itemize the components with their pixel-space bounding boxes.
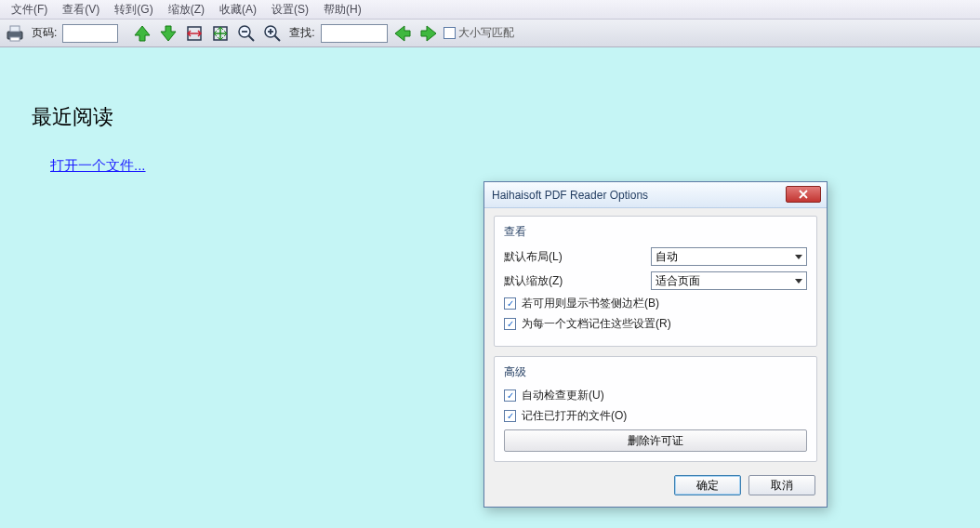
- chevron-down-icon: [795, 279, 802, 284]
- page-input[interactable]: [62, 24, 118, 43]
- advanced-group-title: 高级: [504, 364, 807, 380]
- menubar: 文件(F) 查看(V) 转到(G) 缩放(Z) 收藏(A) 设置(S) 帮助(H…: [0, 0, 980, 20]
- remember-open-label: 记住已打开的文件(O): [522, 408, 627, 424]
- remember-open-checkbox[interactable]: ✓: [504, 410, 516, 422]
- cancel-button[interactable]: 取消: [748, 475, 815, 495]
- menu-favorites[interactable]: 收藏(A): [212, 0, 264, 20]
- remember-each-label: 为每一个文档记住这些设置(R): [522, 316, 671, 332]
- zoom-out-icon[interactable]: [235, 22, 258, 45]
- page-up-icon[interactable]: [131, 22, 153, 45]
- svg-rect-2: [10, 37, 20, 41]
- delete-license-button[interactable]: 删除许可证: [504, 429, 807, 452]
- svg-line-9: [275, 35, 281, 41]
- menu-view[interactable]: 查看(V): [55, 0, 107, 20]
- close-icon[interactable]: [786, 186, 821, 203]
- remember-each-checkbox[interactable]: ✓: [504, 318, 516, 330]
- find-label: 查找:: [287, 25, 316, 41]
- autoupdate-checkbox[interactable]: ✓: [504, 389, 516, 402]
- chevron-down-icon: [795, 255, 802, 259]
- menu-zoom[interactable]: 缩放(Z): [161, 0, 212, 20]
- case-label: 大小写匹配: [458, 25, 514, 41]
- page-down-icon[interactable]: [157, 22, 179, 45]
- default-layout-value: 自动: [656, 249, 678, 265]
- default-zoom-select[interactable]: 适合页面: [651, 271, 807, 290]
- open-file-link[interactable]: 打开一个文件...: [50, 157, 146, 173]
- dialog-body: 查看 默认布局(L) 自动 默认缩放(Z) 适合页面 ✓ 若可用则显示书签侧边栏…: [484, 208, 827, 507]
- bookmark-checkbox[interactable]: ✓: [504, 297, 516, 310]
- options-dialog: Haihaisoft PDF Reader Options 查看 默认布局(L)…: [483, 181, 828, 508]
- menu-goto[interactable]: 转到(G): [107, 0, 160, 20]
- bookmark-sidebar-row[interactable]: ✓ 若可用则显示书签侧边栏(B): [504, 296, 807, 311]
- case-checkbox[interactable]: [444, 27, 456, 39]
- remember-open-row[interactable]: ✓ 记住已打开的文件(O): [504, 408, 807, 424]
- toolbar: 页码: 查找: 大小写匹配: [0, 20, 980, 47]
- svg-rect-1: [10, 26, 20, 32]
- recent-title: 最近阅读: [32, 103, 948, 131]
- dialog-title-text: Haihaisoft PDF Reader Options: [492, 189, 648, 202]
- dialog-titlebar[interactable]: Haihaisoft PDF Reader Options: [484, 182, 827, 208]
- find-next-icon[interactable]: [417, 22, 440, 45]
- print-icon[interactable]: [4, 22, 26, 45]
- default-zoom-value: 适合页面: [656, 273, 700, 289]
- fit-width-icon[interactable]: [183, 22, 205, 45]
- menu-file[interactable]: 文件(F): [4, 0, 55, 20]
- menu-settings[interactable]: 设置(S): [264, 0, 316, 20]
- remember-each-row[interactable]: ✓ 为每一个文档记住这些设置(R): [504, 316, 807, 332]
- dialog-button-row: 确定 取消: [494, 471, 817, 497]
- view-groupbox: 查看 默认布局(L) 自动 默认缩放(Z) 适合页面 ✓ 若可用则显示书签侧边栏…: [494, 216, 817, 347]
- case-match-row[interactable]: 大小写匹配: [444, 25, 514, 41]
- zoom-in-icon[interactable]: [261, 22, 284, 45]
- find-prev-icon[interactable]: [391, 22, 414, 45]
- autoupdate-row[interactable]: ✓ 自动检查更新(U): [504, 388, 807, 403]
- view-group-title: 查看: [504, 224, 807, 240]
- default-layout-label: 默认布局(L): [504, 249, 643, 265]
- ok-button[interactable]: 确定: [674, 475, 741, 495]
- autoupdate-label: 自动检查更新(U): [522, 388, 604, 403]
- advanced-groupbox: 高级 ✓ 自动检查更新(U) ✓ 记住已打开的文件(O) 删除许可证: [494, 356, 817, 462]
- find-input[interactable]: [321, 24, 388, 43]
- svg-line-6: [249, 35, 255, 41]
- default-zoom-label: 默认缩放(Z): [504, 273, 643, 289]
- page-label: 页码:: [30, 25, 59, 41]
- default-layout-select[interactable]: 自动: [651, 247, 807, 266]
- menu-help[interactable]: 帮助(H): [316, 0, 369, 20]
- bookmark-checkbox-label: 若可用则显示书签侧边栏(B): [522, 296, 659, 311]
- fit-page-icon[interactable]: [209, 22, 232, 45]
